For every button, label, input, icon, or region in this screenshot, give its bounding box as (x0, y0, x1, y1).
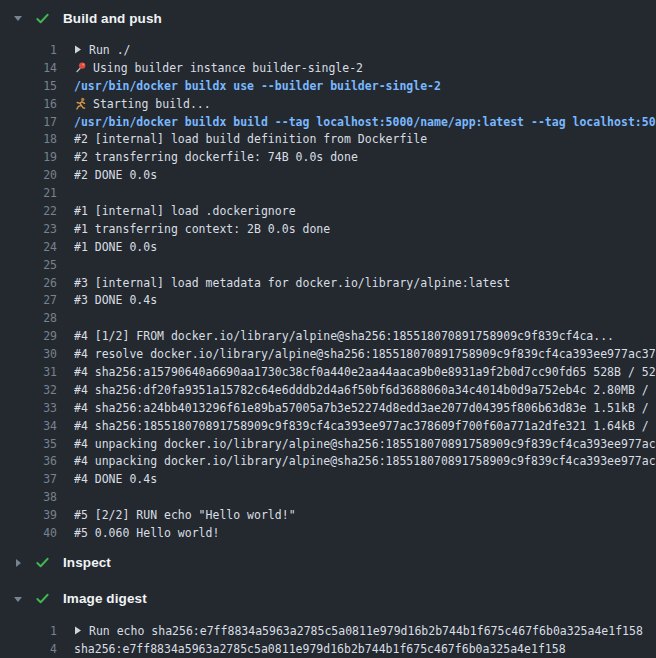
log-line: 15/usr/bin/docker buildx use --builder b… (0, 77, 656, 95)
section-title: Inspect (63, 555, 111, 570)
line-number[interactable]: 15 (0, 79, 57, 93)
line-number[interactable]: 38 (0, 490, 57, 504)
log-line-text: #4 unpacking docker.io/library/alpine@sh… (74, 437, 656, 451)
log-line-content: #2 transferring dockerfile: 74B 0.0s don… (74, 150, 656, 164)
line-number[interactable]: 14 (0, 61, 57, 75)
line-number[interactable]: 20 (0, 168, 57, 182)
line-number[interactable]: 16 (0, 97, 57, 111)
log-line-content: #5 0.060 Hello world! (74, 526, 656, 540)
line-number[interactable]: 25 (0, 258, 57, 272)
log-line-content: #2 DONE 0.0s (74, 168, 656, 182)
log-line-text: #1 [internal] load .dockerignore (74, 204, 296, 218)
log-line-content: #1 DONE 0.0s (74, 240, 656, 254)
log-line-content: #4 DONE 0.4s (74, 472, 656, 486)
log-line-text: #3 [internal] load metadata for docker.i… (74, 276, 510, 290)
section-title: Build and push (63, 11, 162, 26)
log-line: 30#4 resolve docker.io/library/alpine@sh… (0, 345, 656, 363)
log-line-content: /usr/bin/docker buildx build --tag local… (74, 115, 656, 129)
log-line-content: Run ./ (74, 43, 656, 57)
run-group-toggle-icon[interactable] (74, 45, 82, 54)
log-line: 21 (0, 184, 656, 202)
line-number[interactable]: 24 (0, 240, 57, 254)
log-line: 1Run ./ (0, 41, 656, 59)
log-line-content: sha256:e7ff8834a5963a2785c5a0811e979d16b… (74, 642, 656, 656)
chevron-down-icon (13, 13, 23, 23)
line-number[interactable]: 23 (0, 222, 57, 236)
section-log-lines: 1Run echo sha256:e7ff8834a5963a2785c5a08… (0, 622, 656, 658)
line-number[interactable]: 30 (0, 347, 57, 361)
success-check-icon (35, 11, 50, 26)
status-success-badge (35, 555, 50, 570)
log-line: 29#4 [1/2] FROM docker.io/library/alpine… (0, 327, 656, 345)
line-number[interactable]: 4 (0, 642, 57, 656)
log-line-content: #1 transferring context: 2B 0.0s done (74, 222, 656, 236)
section-header-build-and-push[interactable]: Build and push (0, 0, 656, 36)
log-line-content: /usr/bin/docker buildx use --builder bui… (74, 79, 656, 93)
log-line-text: #4 sha256:df20fa9351a15782c64e6dddb2d4a6… (74, 383, 656, 397)
log-line-content: #2 [internal] load build definition from… (74, 132, 656, 146)
line-number[interactable]: 35 (0, 437, 57, 451)
log-line: 16Starting build... (0, 95, 656, 113)
line-number[interactable]: 21 (0, 186, 57, 200)
log-line: 17/usr/bin/docker buildx build --tag loc… (0, 113, 656, 131)
log-line-text: Run ./ (89, 43, 131, 57)
line-number[interactable]: 36 (0, 454, 57, 468)
line-number[interactable]: 29 (0, 329, 57, 343)
section-header-image-digest[interactable]: Image digest (0, 581, 656, 617)
line-number[interactable]: 22 (0, 204, 57, 218)
log-line: 27#3 DONE 0.4s (0, 291, 656, 309)
log-line: 1Run echo sha256:e7ff8834a5963a2785c5a08… (0, 622, 656, 640)
line-number[interactable]: 18 (0, 132, 57, 146)
log-line: 20#2 DONE 0.0s (0, 166, 656, 184)
log-line-content: #4 [1/2] FROM docker.io/library/alpine@s… (74, 329, 656, 343)
log-line-text: #5 [2/2] RUN echo "Hello world!" (74, 508, 296, 522)
success-check-icon (35, 555, 50, 570)
line-number[interactable]: 40 (0, 526, 57, 540)
line-number[interactable]: 31 (0, 365, 57, 379)
log-line-content: Run echo sha256:e7ff8834a5963a2785c5a081… (74, 624, 656, 638)
log-line: 14Using builder instance builder-single-… (0, 59, 656, 77)
log-line-content: #4 unpacking docker.io/library/alpine@sh… (74, 454, 656, 468)
log-line-text: #4 resolve docker.io/library/alpine@sha2… (74, 347, 656, 361)
pushpin-icon (74, 61, 87, 74)
log-line-content: #1 [internal] load .dockerignore (74, 204, 656, 218)
line-number[interactable]: 28 (0, 311, 57, 325)
section-header-inspect[interactable]: Inspect (0, 545, 656, 581)
success-check-icon (35, 591, 50, 606)
log-line: 24#1 DONE 0.0s (0, 238, 656, 256)
run-group-toggle-icon[interactable] (74, 626, 82, 635)
log-line: 36#4 unpacking docker.io/library/alpine@… (0, 452, 656, 470)
log-sections: Build and push1Run ./14Using builder ins… (0, 0, 656, 658)
log-line: 23#1 transferring context: 2B 0.0s done (0, 220, 656, 238)
log-line-text: #1 DONE 0.0s (74, 240, 157, 254)
log-line-text: sha256:e7ff8834a5963a2785c5a0811e979d16b… (74, 642, 566, 656)
log-line-text: #3 DONE 0.4s (74, 293, 157, 307)
log-line-text: /usr/bin/docker buildx use --builder bui… (74, 79, 441, 93)
log-line-content: #4 sha256:185518070891758909c9f839cf4ca3… (74, 419, 656, 433)
log-line: 26#3 [internal] load metadata for docker… (0, 274, 656, 292)
log-line: 18#2 [internal] load build definition fr… (0, 130, 656, 148)
line-number[interactable]: 34 (0, 419, 57, 433)
log-line-text: Starting build... (93, 97, 211, 111)
line-number[interactable]: 32 (0, 383, 57, 397)
log-line: 40#5 0.060 Hello world! (0, 524, 656, 542)
log-line-content: Starting build... (74, 97, 656, 111)
line-number[interactable]: 33 (0, 401, 57, 415)
log-line: 33#4 sha256:a24bb4013296f61e89ba57005a7b… (0, 399, 656, 417)
log-line-text: #2 transferring dockerfile: 74B 0.0s don… (74, 150, 358, 164)
status-success-badge (35, 591, 50, 606)
line-number[interactable]: 27 (0, 293, 57, 307)
line-number[interactable]: 26 (0, 276, 57, 290)
log-line-text: #4 sha256:a15790640a6690aa1730c38cf0a440… (74, 365, 656, 379)
log-line-text: Using builder instance builder-single-2 (93, 61, 363, 75)
log-line-content: #5 [2/2] RUN echo "Hello world!" (74, 508, 656, 522)
log-line-content: #3 [internal] load metadata for docker.i… (74, 276, 656, 290)
line-number[interactable]: 19 (0, 150, 57, 164)
line-number[interactable]: 1 (0, 624, 57, 638)
line-number[interactable]: 37 (0, 472, 57, 486)
chevron-right-icon (13, 558, 23, 568)
log-line-text: #4 [1/2] FROM docker.io/library/alpine@s… (74, 329, 614, 343)
line-number[interactable]: 1 (0, 43, 57, 57)
line-number[interactable]: 39 (0, 508, 57, 522)
line-number[interactable]: 17 (0, 115, 57, 129)
